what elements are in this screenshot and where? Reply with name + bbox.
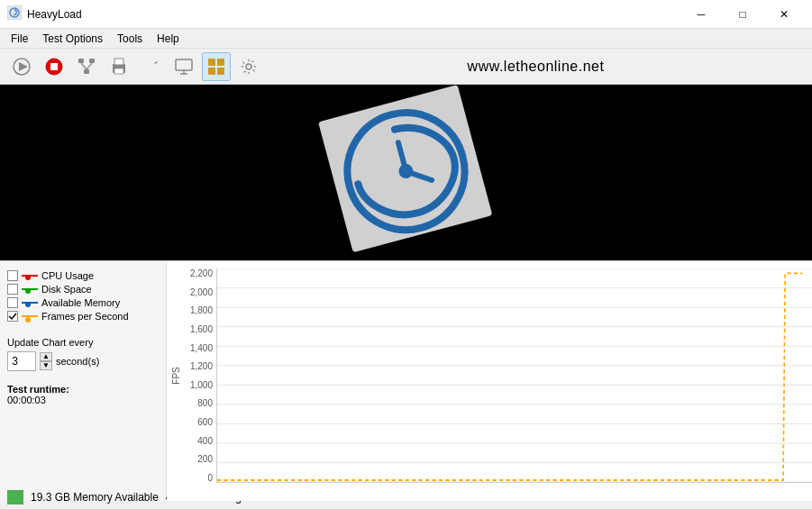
y-label-1600: 1,600 [190,324,213,334]
y-label-1000: 1,000 [190,380,213,390]
menu-bar: File Test Options Tools Help [0,29,812,49]
svg-rect-12 [114,59,123,65]
stop-button[interactable] [40,52,68,81]
y-label-1200: 1,200 [190,361,213,371]
svg-line-9 [81,63,87,69]
svg-rect-5 [50,63,58,70]
print-button[interactable] [105,52,133,81]
title-bar: HeavyLoad ─ □ ✕ [0,0,812,29]
y-label-600: 600 [197,417,213,427]
close-button[interactable]: ✕ [763,0,805,29]
svg-rect-7 [84,69,89,74]
y-label-800: 800 [197,398,213,408]
disk-legend-label: Disk Space [41,284,92,295]
svg-marker-3 [19,62,28,71]
menu-tools[interactable]: Tools [110,31,150,47]
chart-svg [217,268,812,482]
play-button[interactable] [7,52,36,81]
maximize-button[interactable]: □ [722,0,763,29]
chart-container: FPS 2,200 2,000 1,800 1,600 1,400 1,200 … [167,261,812,501]
seconds-label: second(s) [56,356,99,367]
status-indicator [7,490,23,504]
update-interval-input[interactable] [7,351,36,371]
update-label: Update Chart every [7,337,159,348]
menu-help[interactable]: Help [150,31,187,47]
main-area: CPU Usage Disk Space [0,85,812,484]
url-display: www.letheonline.net [267,59,805,75]
svg-rect-17 [208,59,215,66]
menu-test-options[interactable]: Test Options [35,31,110,47]
runtime-label: Test runtime: [7,384,159,395]
fps-checkbox[interactable] [7,311,18,322]
y-label-2000: 2,000 [190,287,213,297]
svg-rect-8 [89,59,95,63]
y-label-2200: 2,200 [190,268,213,278]
legend-cpu: CPU Usage [7,270,159,281]
svg-line-10 [87,63,92,69]
svg-rect-18 [217,59,224,66]
legend-memory: Available Memory [7,297,159,308]
app-icon [7,5,22,23]
update-section: Update Chart every ▲ ▼ second(s) [7,337,159,371]
disk-checkbox[interactable] [7,284,18,295]
fps-legend-label: Frames per Second [41,311,129,322]
logo-display [285,85,527,260]
settings-button[interactable] [234,52,263,81]
wrench-button[interactable] [137,52,166,81]
y-label-1400: 1,400 [190,343,213,353]
toolbar: www.letheonline.net [0,49,812,85]
legend-fps: Frames per Second [7,311,159,322]
grid-button[interactable] [202,52,231,81]
video-area [0,85,812,260]
menu-file[interactable]: File [4,31,35,47]
spinner-up[interactable]: ▲ [40,352,52,361]
y-label-0: 0 [207,473,213,483]
chart-section: CPU Usage Disk Space [0,260,812,501]
svg-rect-14 [176,59,192,70]
memory-legend-label: Available Memory [41,297,120,308]
minimize-button[interactable]: ─ [680,0,722,29]
svg-rect-19 [208,68,215,75]
window-controls: ─ □ ✕ [680,0,805,29]
y-label-1800: 1,800 [190,305,213,315]
cpu-legend-label: CPU Usage [41,270,94,281]
memory-checkbox[interactable] [7,297,18,308]
svg-rect-20 [217,68,224,75]
y-axis: 2,200 2,000 1,800 1,600 1,400 1,200 1,00… [185,268,216,483]
network-button[interactable] [72,52,101,81]
spinner-controls: ▲ ▼ [40,352,52,370]
runtime-value: 00:00:03 [7,395,159,405]
runtime-section: Test runtime: 00:00:03 [7,384,159,405]
monitor-button[interactable] [169,52,198,81]
app-title: HeavyLoad [27,8,82,21]
svg-point-21 [246,64,251,69]
svg-rect-13 [114,68,123,74]
left-panel: CPU Usage Disk Space [0,261,167,501]
chart-area [216,268,812,483]
y-label-200: 200 [197,454,213,464]
svg-rect-6 [78,59,84,63]
cpu-checkbox[interactable] [7,270,18,281]
fps-axis-label: FPS [171,367,181,384]
status-memory: 19.3 GB Memory Available [31,491,159,504]
legend-disk: Disk Space [7,284,159,295]
spinner-down[interactable]: ▼ [40,361,52,370]
y-label-400: 400 [197,436,213,446]
